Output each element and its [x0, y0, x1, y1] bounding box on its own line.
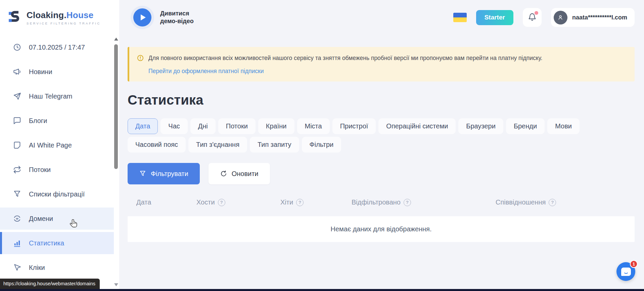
- help-icon[interactable]: ?: [218, 199, 225, 206]
- trial-warning-banner: Для повного використання всіх можливосте…: [128, 47, 635, 81]
- sidebar-item-domains[interactable]: w Домени: [0, 208, 114, 230]
- domains-icon: w: [13, 214, 21, 223]
- brand-name: Cloaking.House: [27, 10, 93, 20]
- chat-unread-badge: 1: [630, 260, 638, 268]
- megaphone-icon: [13, 67, 21, 76]
- bottom-edge-strip: [0, 289, 644, 291]
- sidebar-item-blogs[interactable]: Блоги: [0, 110, 114, 132]
- user-email: naata**********l.com: [572, 14, 627, 21]
- link-preview-statusbar: https://cloaking.house/webmaster/domains: [0, 279, 100, 289]
- tab-languages[interactable]: Мови: [547, 118, 580, 134]
- tab-streams[interactable]: Потоки: [218, 118, 256, 134]
- sidebar-item-datetime: 07.10.2025 / 17:47: [0, 36, 114, 58]
- cursor-icon: [13, 263, 21, 272]
- demo-video-label: Дивитися демо-відео: [160, 10, 194, 25]
- tab-connection-type[interactable]: Тип з'єднання: [188, 137, 247, 153]
- sidebar-item-label: AI White Page: [29, 141, 72, 149]
- sidebar: Cloaking.House SERVICE FILTERING TRAFFIC…: [0, 0, 119, 291]
- content: Для повного використання всіх можливосте…: [119, 35, 644, 242]
- column-header-ratio: Співвідношення ?: [496, 198, 635, 206]
- telegram-icon: [13, 92, 21, 101]
- notifications-button[interactable]: [523, 8, 542, 27]
- tab-cities[interactable]: Міста: [297, 118, 330, 134]
- bar-chart-icon: [13, 239, 21, 247]
- demo-video-button[interactable]: Дивитися демо-відео: [133, 8, 194, 26]
- sidebar-item-label: Потоки: [29, 166, 51, 174]
- upgrade-subscription-link[interactable]: Перейти до оформлення платної підписки: [148, 68, 264, 75]
- sidebar-item-statistics[interactable]: Статистика: [0, 232, 114, 254]
- scroll-up-arrow-icon[interactable]: [114, 38, 118, 41]
- warning-icon: [137, 54, 144, 62]
- help-icon[interactable]: ?: [404, 199, 411, 206]
- app-window: Cloaking.House SERVICE FILTERING TRAFFIC…: [0, 0, 644, 291]
- column-header-hosts: Хости ?: [196, 198, 280, 206]
- page-title: Статистика: [128, 93, 635, 108]
- funnel-icon: [139, 170, 146, 177]
- refresh-icon: [220, 170, 227, 177]
- refresh-button[interactable]: Оновити: [209, 163, 270, 184]
- column-header-date: Дата: [128, 198, 196, 206]
- clock-icon: [13, 43, 21, 52]
- tab-operating-systems[interactable]: Операційні системи: [378, 118, 456, 134]
- svg-text:w: w: [15, 217, 18, 220]
- sidebar-item-label: Новини: [29, 68, 52, 76]
- sidebar-item-telegram[interactable]: Наш Telegram: [0, 85, 114, 107]
- tab-filters[interactable]: Фільтри: [302, 137, 341, 153]
- brand-logo[interactable]: Cloaking.House SERVICE FILTERING TRAFFIC: [0, 0, 119, 35]
- tab-devices[interactable]: Пристрої: [332, 118, 376, 134]
- help-icon[interactable]: ?: [549, 199, 556, 206]
- actions-row: Фільтрувати Оновити: [128, 163, 635, 184]
- main-area: Дивитися демо-відео Starter: [119, 0, 644, 291]
- brand-logo-icon: [8, 10, 22, 25]
- language-flag-ukraine[interactable]: [453, 13, 467, 22]
- stats-table-header: Дата Хости ? Хіти ? Відфільтровано ? Спі…: [128, 198, 635, 206]
- avatar: [554, 11, 567, 24]
- user-account-button[interactable]: naata**********l.com: [551, 8, 635, 27]
- sidebar-item-filter-lists[interactable]: Списки фільтрації: [0, 183, 114, 205]
- filter-tabs: Дата Час Дні Потоки Країни Міста Пристро…: [128, 118, 618, 153]
- column-header-filtered: Відфільтровано ?: [352, 198, 496, 206]
- tab-brands[interactable]: Бренди: [506, 118, 545, 134]
- sidebar-item-news[interactable]: Новини: [0, 61, 114, 83]
- tab-request-type[interactable]: Тип запиту: [250, 137, 299, 153]
- banner-message: Для повного використання всіх можливосте…: [148, 54, 542, 62]
- table-empty-state: Немає даних для відображення.: [128, 216, 635, 242]
- play-icon[interactable]: [133, 8, 151, 26]
- sidebar-item-streams[interactable]: Потоки: [0, 159, 114, 181]
- tab-countries[interactable]: Країни: [258, 118, 294, 134]
- sidebar-item-clicks[interactable]: Кліки: [0, 256, 114, 279]
- filter-button[interactable]: Фільтрувати: [128, 163, 200, 184]
- chat-bubble-icon: [621, 268, 631, 276]
- sidebar-item-label: Списки фільтрації: [29, 190, 85, 198]
- scrollbar-thumb[interactable]: [114, 44, 118, 169]
- sidebar-item-label: Блоги: [29, 117, 47, 125]
- tab-timezone[interactable]: Часовий пояс: [128, 137, 186, 153]
- scroll-down-arrow-icon[interactable]: [114, 283, 118, 286]
- sidebar-item-ai-white-page[interactable]: AI White Page: [0, 134, 114, 156]
- brand-tagline: SERVICE FILTERING TRAFFIC: [27, 21, 101, 25]
- sidebar-nav: 07.10.2025 / 17:47 Новини Наш Telegram Б…: [0, 35, 119, 279]
- page-icon: [13, 141, 21, 150]
- plan-badge-button[interactable]: Starter: [476, 10, 513, 25]
- topbar: Дивитися демо-відео Starter: [119, 0, 644, 35]
- sidebar-item-label: 07.10.2025 / 17:47: [29, 44, 85, 51]
- tab-time[interactable]: Час: [160, 118, 187, 134]
- sidebar-scrollbar[interactable]: [114, 36, 118, 288]
- chat-widget-button[interactable]: 1: [616, 262, 635, 281]
- chat-bubble-icon: [13, 116, 21, 125]
- sidebar-item-label: Домени: [29, 215, 53, 223]
- streams-icon: [13, 165, 21, 174]
- notification-dot: [535, 11, 538, 15]
- sidebar-item-label: Кліки: [29, 264, 45, 272]
- help-icon[interactable]: ?: [296, 199, 304, 206]
- sidebar-item-label: Статистика: [29, 239, 64, 247]
- tab-browsers[interactable]: Браузери: [458, 118, 503, 134]
- tab-days[interactable]: Дні: [190, 118, 216, 134]
- funnel-icon: [13, 190, 21, 198]
- sidebar-item-label: Наш Telegram: [29, 93, 72, 100]
- tab-date[interactable]: Дата: [128, 118, 158, 134]
- column-header-hits: Хіти ?: [280, 198, 352, 206]
